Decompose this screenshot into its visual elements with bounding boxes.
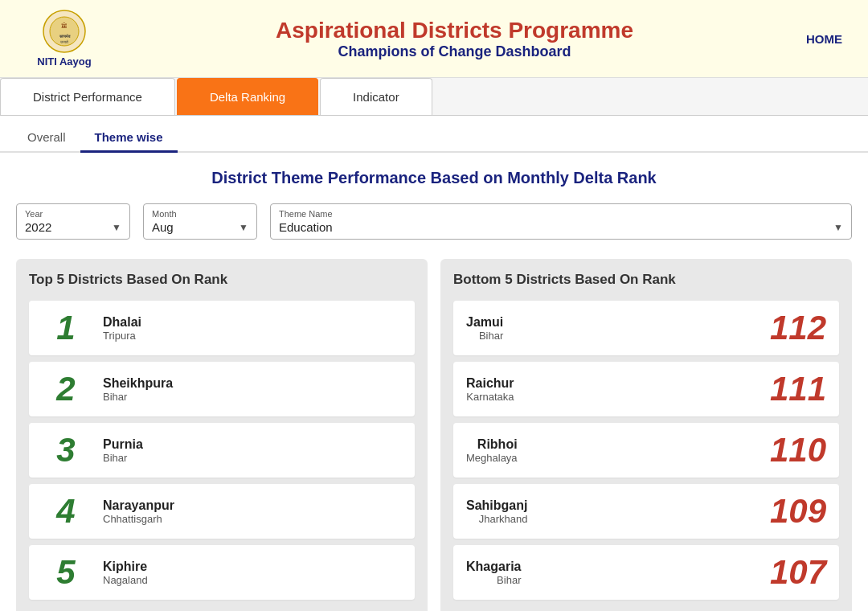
bottom-district-row: Jamui Bihar 112 (453, 301, 839, 355)
rank-4-state: Chhattisgarh (103, 513, 174, 525)
rank-5-name: Kiphire (103, 560, 148, 574)
rank-1-name: Dhalai (103, 315, 141, 330)
sub-tabs: Overall Theme wise (0, 116, 868, 153)
logo-area: 🏛 सत्यमेव जयते NITI Aayog (16, 10, 113, 68)
bottom-4-info: Sahibganj Jharkhand (466, 498, 527, 525)
bottom-2-rank: 111 (770, 370, 826, 408)
header: 🏛 सत्यमेव जयते NITI Aayog Aspirational D… (0, 0, 868, 78)
rank-3-name: Purnia (103, 437, 143, 452)
month-chevron-icon: ▼ (239, 222, 248, 233)
bottom-district-row: Ribhoi Meghalaya 110 (453, 423, 839, 478)
svg-text:जयते: जयते (59, 39, 68, 44)
bottom-4-rank: 109 (770, 492, 826, 531)
svg-text:🏛: 🏛 (61, 22, 68, 30)
top-district-row: 4 Narayanpur Chhattisgarh (29, 484, 415, 539)
theme-filter-select[interactable]: Education ▼ (279, 220, 843, 234)
bottom-3-state: Meghalaya (466, 452, 518, 464)
rank-sections: Top 5 Districts Based On Rank 1 Dhalai T… (16, 259, 852, 611)
top-districts-title: Top 5 Districts Based On Rank (29, 272, 415, 288)
filters-row: Year 2022 ▼ Month Aug ▼ Theme Name Educa… (16, 203, 852, 240)
rank-1-state: Tripura (103, 330, 141, 342)
top-district-row: 2 Sheikhpura Bihar (29, 362, 415, 416)
theme-chevron-icon: ▼ (833, 222, 843, 233)
bottom-district-row: Raichur Karnataka 111 (453, 362, 839, 416)
content-area: District Theme Performance Based on Mont… (0, 153, 868, 611)
month-filter-select[interactable]: Aug ▼ (152, 220, 248, 234)
title-area: Aspirational Districts Programme Champio… (113, 18, 796, 60)
bottom-3-info: Ribhoi Meghalaya (466, 437, 518, 464)
top-district-row: 5 Kiphire Nagaland (29, 545, 415, 600)
logo-text: NITI Aayog (37, 55, 91, 68)
rank-1-info: Dhalai Tripura (103, 315, 141, 342)
rank-2-name: Sheikhpura (103, 376, 173, 391)
year-filter[interactable]: Year 2022 ▼ (16, 203, 130, 240)
rank-4-name: Narayanpur (103, 498, 174, 513)
bottom-districts-title: Bottom 5 Districts Based On Rank (453, 272, 839, 288)
bottom-1-state: Bihar (466, 330, 503, 342)
month-filter[interactable]: Month Aug ▼ (143, 203, 257, 240)
bottom-1-rank: 112 (770, 309, 826, 347)
bottom-4-state: Jharkhand (466, 513, 527, 525)
section-title: District Theme Performance Based on Mont… (16, 169, 852, 187)
rank-4-info: Narayanpur Chhattisgarh (103, 498, 174, 525)
bottom-district-row: Khagaria Bihar 107 (453, 545, 839, 600)
bottom-district-row: Sahibganj Jharkhand 109 (453, 484, 839, 539)
bottom-2-name: Raichur (466, 376, 514, 391)
bottom-1-name: Jamui (466, 315, 503, 330)
rank-5-info: Kiphire Nagaland (103, 560, 148, 586)
tab-district-performance[interactable]: District Performance (0, 78, 175, 115)
top-district-row: 3 Purnia Bihar (29, 423, 415, 478)
rank-5-state: Nagaland (103, 574, 148, 586)
bottom-4-name: Sahibganj (466, 498, 527, 513)
year-chevron-icon: ▼ (112, 222, 121, 233)
emblem-icon: 🏛 सत्यमेव जयते (43, 10, 87, 54)
rank-2-state: Bihar (103, 391, 173, 403)
month-filter-label: Month (152, 209, 248, 219)
sub-tab-theme-wise[interactable]: Theme wise (80, 124, 178, 153)
tabs-bar: District Performance Delta Ranking Indic… (0, 78, 868, 116)
rank-2-number: 2 (42, 370, 90, 408)
rank-4-number: 4 (42, 492, 90, 531)
theme-filter-label: Theme Name (279, 209, 843, 219)
year-filter-label: Year (25, 209, 121, 219)
year-filter-select[interactable]: 2022 ▼ (25, 220, 121, 234)
rank-3-state: Bihar (103, 452, 143, 464)
bottom-5-info: Khagaria Bihar (466, 560, 521, 586)
svg-text:सत्यमेव: सत्यमेव (58, 34, 70, 39)
rank-3-info: Purnia Bihar (103, 437, 143, 464)
bottom-5-state: Bihar (466, 574, 521, 586)
rank-1-number: 1 (42, 309, 90, 347)
rank-5-number: 5 (42, 553, 90, 592)
rank-2-info: Sheikhpura Bihar (103, 376, 173, 403)
tab-delta-ranking[interactable]: Delta Ranking (177, 78, 318, 115)
bottom-districts-section: Bottom 5 Districts Based On Rank Jamui B… (440, 259, 852, 611)
bottom-5-name: Khagaria (466, 560, 521, 574)
tab-indicator[interactable]: Indicator (320, 78, 432, 115)
sub-tab-overall[interactable]: Overall (13, 124, 80, 153)
title-sub: Champions of Change Dashboard (113, 43, 796, 60)
rank-3-number: 3 (42, 431, 90, 470)
bottom-5-rank: 107 (770, 553, 826, 592)
bottom-3-rank: 110 (770, 431, 826, 470)
bottom-2-state: Karnataka (466, 391, 514, 403)
bottom-2-info: Raichur Karnataka (466, 376, 514, 403)
top-district-row: 1 Dhalai Tripura (29, 301, 415, 355)
home-button[interactable]: HOME (796, 27, 852, 51)
bottom-3-name: Ribhoi (466, 437, 518, 452)
bottom-1-info: Jamui Bihar (466, 315, 503, 342)
title-main: Aspirational Districts Programme (113, 18, 796, 43)
theme-filter[interactable]: Theme Name Education ▼ (270, 203, 852, 240)
top-districts-section: Top 5 Districts Based On Rank 1 Dhalai T… (16, 259, 428, 611)
